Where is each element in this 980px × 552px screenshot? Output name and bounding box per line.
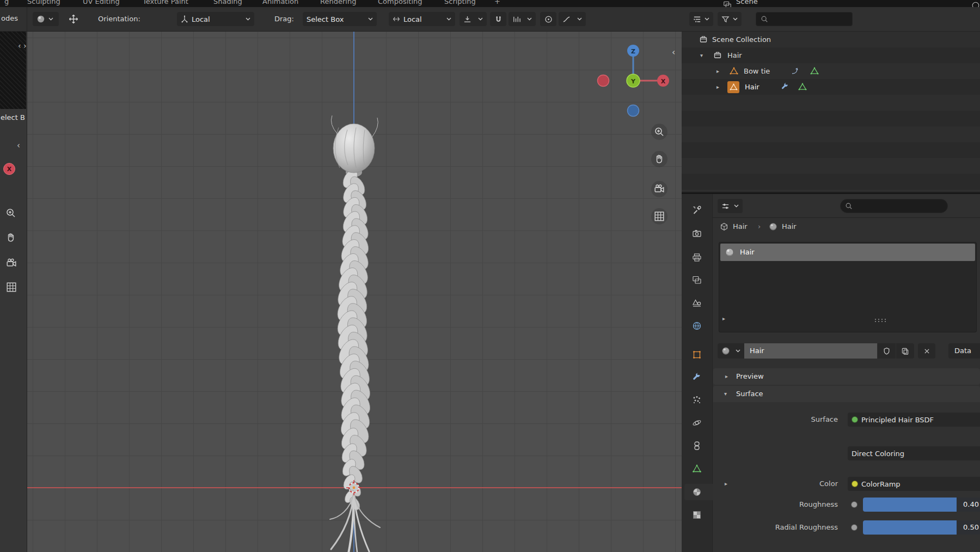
breadcrumb-separator: › (758, 219, 761, 234)
outliner-display-dropdown[interactable] (689, 12, 713, 26)
outliner-row-hair-collection[interactable]: ▾ Hair (682, 47, 980, 63)
drag-select-dropdown[interactable]: Select Box (303, 12, 377, 26)
roughness-slider[interactable]: 0.40 (863, 498, 980, 512)
properties-tab-particles[interactable] (687, 390, 707, 410)
camera-view-button[interactable] (651, 181, 667, 197)
properties-tab-material[interactable] (687, 482, 707, 502)
zoom-button[interactable] (4, 206, 18, 220)
workspace-tab[interactable]: g (4, 0, 9, 5)
properties-tab-object-data[interactable] (687, 459, 707, 478)
orientation-dropdown[interactable]: Local (177, 12, 254, 26)
grid-ortho-button[interactable] (651, 208, 667, 225)
breadcrumb-object[interactable]: Hair (733, 219, 748, 234)
color-expand-icon[interactable]: ▸ (725, 477, 727, 493)
workspace-tab-shading[interactable]: Shading (213, 0, 242, 5)
axis-z-ball[interactable]: Z (627, 45, 639, 57)
viewport-header: Orientation: Local Drag: Select Box Loca… (27, 7, 682, 32)
axis-x-ball[interactable]: X (3, 163, 15, 175)
properties-tab-modifiers[interactable] (687, 367, 707, 387)
axis-y-ball[interactable]: Y (627, 74, 640, 87)
left-editor-header: odes (0, 7, 27, 32)
new-material-button[interactable] (896, 343, 914, 359)
slider-fill (863, 520, 957, 535)
increment-snap-icon (512, 15, 520, 23)
disclosure-triangle-icon[interactable]: ▸ (716, 63, 719, 79)
move-tool-icon[interactable] (69, 14, 78, 24)
proportional-editing-toggle[interactable] (540, 12, 556, 26)
material-slot-row-selected[interactable]: Hair (720, 244, 975, 261)
axis-z-negative-ball[interactable] (628, 105, 639, 117)
disclosure-triangle-icon[interactable]: ▸ (716, 79, 719, 95)
workspace-tab-animation[interactable]: Animation (262, 0, 298, 5)
outliner-row-scene-collection[interactable]: Scene Collection (682, 32, 980, 47)
properties-tab-world[interactable] (687, 316, 707, 336)
pan-button[interactable] (4, 230, 18, 245)
zoom-icon (654, 126, 665, 137)
slot-specials-arrow[interactable]: ▸ (722, 316, 725, 322)
workspace-tab-uv-editing[interactable]: UV Editing (83, 0, 120, 5)
panel-surface[interactable]: ▾ Surface (713, 386, 980, 402)
properties-tab-physics[interactable] (687, 413, 707, 433)
slot-link-dropdown[interactable]: Data (948, 343, 980, 359)
grid-ortho-button[interactable] (4, 280, 19, 294)
nav-gizmo[interactable]: Z X Y (591, 38, 678, 120)
unlink-material-button[interactable] (918, 343, 935, 359)
color-value: ColorRamp (861, 480, 901, 488)
outliner-row-label: Hair (727, 47, 742, 63)
outliner-row-label: Hair (745, 79, 759, 95)
tool-falloff-dropdown[interactable] (33, 12, 59, 26)
outliner: Scene Collection ▾ Hair ▸ Bow tie (682, 32, 980, 193)
panel-surface-title: Surface (736, 386, 763, 402)
snap-increment-dropdown[interactable] (509, 12, 536, 26)
add-workspace-button[interactable]: + (494, 0, 500, 5)
radial-roughness-slider[interactable]: 0.50 (863, 520, 980, 535)
pivot-dropdown[interactable]: Local (389, 12, 455, 26)
disclosure-triangle-icon[interactable]: ▾ (700, 47, 703, 63)
region-collapse-arrow[interactable]: ‹ (17, 141, 20, 150)
properties-tab-constraints[interactable] (687, 436, 707, 456)
properties-tab-object[interactable] (687, 345, 707, 365)
properties-tab-tool[interactable] (687, 201, 707, 220)
chevron-down-icon (368, 17, 373, 21)
left-editor-clipped-menu[interactable]: odes (1, 14, 18, 22)
scene-selector[interactable]: Scene (736, 0, 758, 5)
outliner-filter-dropdown[interactable] (718, 12, 742, 26)
workspace-tab-rendering[interactable]: Rendering (320, 0, 356, 5)
axis-x-positive-ball[interactable]: X (657, 75, 669, 87)
snap-toggle-button[interactable] (490, 12, 506, 26)
properties-search-input[interactable] (840, 199, 948, 213)
material-slot-list[interactable]: Hair ▸ (719, 242, 977, 332)
zoom-button[interactable] (651, 124, 667, 140)
surface-shader-button[interactable]: Principled Hair BSDF (848, 413, 980, 427)
region-toggle-arrows[interactable]: ‹ › (18, 41, 27, 50)
pan-button[interactable] (651, 151, 667, 167)
workspace-tab-scripting[interactable]: Scripting (444, 0, 476, 5)
workspace-tab-compositing[interactable]: Compositing (378, 0, 422, 5)
outliner-row-bow-tie[interactable]: ▸ Bow tie (682, 63, 980, 79)
panel-preview[interactable]: ▸ Preview (713, 368, 980, 385)
properties-tab-render[interactable] (687, 224, 707, 244)
direct-coloring-dropdown[interactable]: Direct Coloring (848, 446, 980, 460)
properties-editor-type-dropdown[interactable] (718, 199, 743, 213)
properties-tab-view-layer[interactable] (687, 270, 707, 290)
properties-tab-scene[interactable] (687, 293, 707, 313)
fake-user-button[interactable] (878, 343, 896, 359)
properties-tab-output[interactable] (687, 248, 707, 268)
material-name-value: Hair (750, 343, 764, 359)
color-ramp-button[interactable]: ColorRamp (848, 477, 980, 491)
outliner-search-input[interactable] (756, 12, 853, 26)
camera-icon (6, 258, 17, 269)
falloff-dropdown[interactable] (559, 12, 586, 26)
workspace-tab-sculpting[interactable]: Sculpting (27, 0, 60, 5)
snap-target-dropdown[interactable] (460, 12, 487, 26)
viewport-3d[interactable]: Z X Y (27, 32, 682, 552)
axis-x-negative-ball[interactable] (598, 75, 609, 87)
material-browse-dropdown[interactable] (718, 343, 744, 359)
region-collapse-arrow[interactable]: ‹ (672, 47, 675, 57)
material-name-field[interactable]: Hair (744, 343, 877, 359)
camera-view-button[interactable] (4, 256, 19, 270)
breadcrumb-material[interactable]: Hair (782, 219, 797, 234)
list-resize-grip[interactable] (875, 319, 876, 320)
workspace-tab-texture-paint[interactable]: Texture Paint (143, 0, 188, 5)
outliner-row-hair-object[interactable]: ▸ Hair (682, 79, 980, 95)
